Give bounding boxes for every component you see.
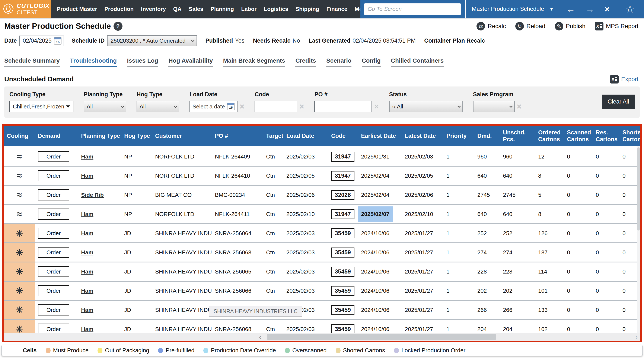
code-chip[interactable]: 35459 xyxy=(331,228,354,238)
code-chip[interactable]: 31947 xyxy=(331,171,354,181)
po-input[interactable] xyxy=(314,101,372,112)
clear-all-button[interactable]: Clear All xyxy=(602,95,634,109)
tab[interactable]: Chilled Containers xyxy=(391,57,444,67)
column-header[interactable]: Load Date xyxy=(284,133,328,140)
column-header[interactable]: Dmd. xyxy=(474,133,500,140)
column-header[interactable]: Hog Type xyxy=(121,133,152,140)
tab[interactable]: Scenario xyxy=(326,57,352,67)
container-plan-recalc-label[interactable]: Container Plan Recalc xyxy=(424,37,485,44)
order-button[interactable]: Order xyxy=(38,208,69,220)
column-header[interactable]: Latest Date xyxy=(402,133,444,140)
menu-item[interactable]: Planning xyxy=(210,6,234,12)
menu-item[interactable]: Metrics xyxy=(355,6,360,12)
mps-report-button[interactable]: X MPS Report xyxy=(595,22,639,30)
menu-item[interactable]: Sales xyxy=(189,6,203,12)
cooling-type-select[interactable]: Chilled,Fresh,Frozen xyxy=(10,101,74,112)
tab[interactable]: Config xyxy=(362,57,381,67)
planning-type-link[interactable]: Ham xyxy=(81,230,93,236)
calendar-icon[interactable]: 15 xyxy=(54,37,62,44)
hog-type-select[interactable]: All xyxy=(136,101,179,112)
calendar-icon[interactable]: 15 xyxy=(227,103,234,110)
planning-type-link[interactable]: Ham xyxy=(81,288,93,294)
favorite-star-icon[interactable]: ☆ xyxy=(626,4,634,14)
scroll-left-icon[interactable]: ‹ xyxy=(259,333,261,341)
planning-type-link[interactable]: Ham xyxy=(81,307,93,313)
order-button[interactable]: Order xyxy=(38,324,69,333)
column-header[interactable]: PO # xyxy=(212,133,263,140)
back-icon[interactable]: ← xyxy=(566,5,575,14)
recalc-button[interactable]: ⇄ Recalc xyxy=(476,22,506,30)
status-select[interactable]: ○All xyxy=(389,101,463,112)
planning-type-link[interactable]: Side Rib xyxy=(81,192,104,198)
code-chip[interactable]: 32028 xyxy=(331,190,354,200)
order-button[interactable]: Order xyxy=(38,247,69,258)
tab[interactable]: Credits xyxy=(295,57,316,67)
clear-load-date-icon[interactable]: × xyxy=(240,102,244,111)
planning-type-select[interactable]: All xyxy=(84,101,126,112)
menu-item[interactable]: Inventory xyxy=(141,6,166,12)
vertical-scrollbar-thumb[interactable] xyxy=(637,147,640,230)
tab[interactable]: Hog Availability xyxy=(168,57,213,67)
export-button[interactable]: X Export xyxy=(610,75,638,83)
tab[interactable]: Main Break Segments xyxy=(223,57,285,67)
code-chip[interactable]: 35459 xyxy=(331,286,354,296)
horizontal-scrollbar[interactable]: ‹ › xyxy=(4,333,640,341)
column-header[interactable]: Unschd. Pcs. xyxy=(500,129,535,143)
planning-type-link[interactable]: Ham xyxy=(81,268,93,275)
column-header[interactable]: Res. Cartons xyxy=(593,129,620,143)
schedule-id-select[interactable]: 250203200 : * Auto Generated xyxy=(107,35,197,46)
column-header[interactable]: Scanned Cartons xyxy=(564,129,593,143)
order-button[interactable]: Order xyxy=(38,228,69,239)
column-header[interactable]: Earliest Date xyxy=(358,133,402,140)
code-chip[interactable]: 31947 xyxy=(331,209,354,219)
column-header[interactable]: Priority xyxy=(444,133,474,140)
reload-button[interactable]: ↻ Reload xyxy=(515,22,546,30)
order-button[interactable]: Order xyxy=(38,151,69,162)
menu-item[interactable]: Labor xyxy=(241,6,256,12)
tab[interactable]: Troubleshooting xyxy=(70,57,117,67)
order-button[interactable]: Order xyxy=(38,285,69,296)
planning-type-link[interactable]: Ham xyxy=(81,249,93,256)
menu-item[interactable]: Finance xyxy=(326,6,348,12)
date-field[interactable]: 02/04/2025 15 xyxy=(20,35,64,46)
order-button[interactable]: Order xyxy=(38,189,69,200)
vertical-scrollbar[interactable] xyxy=(637,146,640,333)
column-header[interactable]: Shorted Cartons xyxy=(620,129,642,143)
code-input[interactable] xyxy=(254,101,297,112)
column-header[interactable]: Cooling xyxy=(4,133,35,140)
sales-program-select[interactable] xyxy=(473,101,515,112)
menu-item[interactable]: Shipping xyxy=(296,6,319,12)
clear-po-icon[interactable]: × xyxy=(374,102,379,111)
order-button[interactable]: Order xyxy=(38,304,69,316)
tab[interactable]: Issues Log xyxy=(127,57,158,67)
column-header[interactable]: Ordered Cartons xyxy=(535,129,564,143)
planning-type-link[interactable]: Ham xyxy=(81,326,93,332)
code-chip[interactable]: 35459 xyxy=(331,247,354,258)
horizontal-scrollbar-thumb[interactable] xyxy=(267,334,496,340)
clear-code-icon[interactable]: × xyxy=(300,102,304,111)
column-header[interactable]: Planning Type xyxy=(78,133,121,140)
code-chip[interactable]: 35459 xyxy=(331,267,354,277)
code-chip[interactable]: 35459 xyxy=(331,324,354,334)
planning-type-link[interactable]: Ham xyxy=(81,173,93,179)
scroll-right-icon[interactable]: › xyxy=(636,333,638,341)
forward-icon[interactable]: → xyxy=(586,5,594,14)
publish-button[interactable]: ✎ Publish xyxy=(555,22,586,30)
order-button[interactable]: Order xyxy=(38,266,69,277)
column-header[interactable]: Demand xyxy=(35,133,78,140)
menu-item[interactable]: QA xyxy=(173,6,182,12)
menu-item[interactable]: Logistics xyxy=(264,6,288,12)
help-icon[interactable]: ? xyxy=(114,22,122,31)
order-button[interactable]: Order xyxy=(38,170,69,181)
menu-item[interactable]: Product Master xyxy=(57,6,97,12)
column-header[interactable]: Code xyxy=(328,133,358,140)
clear-sales-program-icon[interactable]: × xyxy=(517,102,522,111)
close-icon[interactable]: × xyxy=(605,5,610,13)
code-chip[interactable]: 35459 xyxy=(331,305,354,315)
planning-type-link[interactable]: Ham xyxy=(81,211,93,217)
load-date-input[interactable]: Select a date 15 xyxy=(190,101,238,112)
app-logo[interactable]: CUTLOGIX CLTEST xyxy=(0,0,51,18)
column-header[interactable]: Customer xyxy=(152,133,212,140)
menu-item[interactable]: Production xyxy=(104,6,134,12)
column-header[interactable]: Target xyxy=(263,133,284,140)
